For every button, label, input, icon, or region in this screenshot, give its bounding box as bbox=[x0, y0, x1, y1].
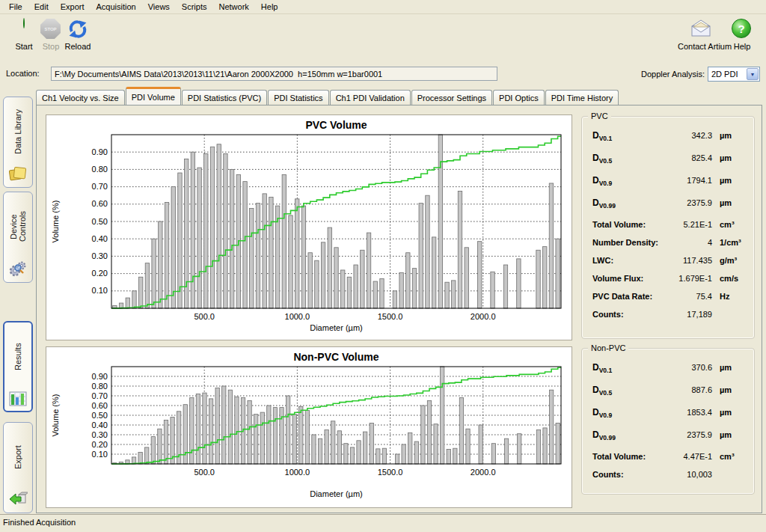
svg-text:0.40: 0.40 bbox=[92, 234, 108, 243]
tab-pdi-statistics-pvc-[interactable]: PDI Statistics (PVC) bbox=[182, 90, 267, 105]
stat-value: 117.435 bbox=[667, 256, 712, 265]
svg-text:0.30: 0.30 bbox=[92, 251, 108, 260]
menu-item-acquisition[interactable]: Acquisition bbox=[91, 1, 142, 13]
help-button-label: Help bbox=[734, 42, 751, 51]
svg-text:0.70: 0.70 bbox=[92, 182, 108, 191]
nonpvc-group-title: Non-PVC bbox=[588, 343, 628, 352]
sidebar-item-label: Device Controls bbox=[9, 198, 27, 255]
stat-row: DV0.91794.1µm bbox=[592, 175, 747, 198]
menu-item-views[interactable]: Views bbox=[142, 1, 176, 13]
stat-unit: cm/s bbox=[712, 274, 747, 283]
stat-row: DV0.1342.3µm bbox=[592, 130, 747, 153]
stat-value: 4 bbox=[667, 238, 712, 247]
stat-value: 17,189 bbox=[667, 310, 712, 319]
menu-item-help[interactable]: Help bbox=[255, 1, 284, 13]
svg-text:Volume (%): Volume (%) bbox=[51, 394, 60, 437]
stat-label: Counts: bbox=[592, 470, 624, 479]
stat-row: Counts:10,003 bbox=[592, 470, 747, 488]
reload-button[interactable]: Reload bbox=[57, 19, 99, 51]
menu-item-scripts[interactable]: Scripts bbox=[176, 1, 213, 13]
tab-pdi-time-history[interactable]: PDI Time History bbox=[545, 90, 619, 105]
svg-text:0.60: 0.60 bbox=[92, 199, 108, 208]
tab-pdi-optics[interactable]: PDI Optics bbox=[493, 90, 545, 105]
stat-value: 342.3 bbox=[667, 131, 712, 140]
non-pvc-volume-svg: 0.100.200.300.400.500.600.700.800.90500.… bbox=[46, 347, 572, 507]
svg-text:0.80: 0.80 bbox=[92, 382, 108, 391]
nonpvc-stats-rows: DV0.1370.6µmDV0.5887.6µmDV0.91853.4µmDV0… bbox=[592, 362, 747, 488]
stat-label: DV0.1 bbox=[592, 130, 612, 142]
sidebar-item-label: Results bbox=[13, 328, 22, 385]
tab-pdi-volume[interactable]: PDI Volume bbox=[126, 87, 181, 105]
stat-label: DV0.99 bbox=[592, 429, 616, 441]
stat-row: Total Volume:5.21E-1cm³ bbox=[592, 220, 747, 238]
contact-artium-button[interactable]: Contact Artium bbox=[678, 19, 724, 51]
stat-unit: µm bbox=[712, 176, 747, 185]
svg-text:1000.0: 1000.0 bbox=[285, 468, 310, 477]
menu-item-export[interactable]: Export bbox=[55, 1, 91, 13]
svg-text:0.60: 0.60 bbox=[92, 401, 108, 410]
svg-text:0.10: 0.10 bbox=[92, 450, 108, 459]
doppler-analysis: Doppler Analysis: 2D PDI ▼ bbox=[641, 67, 760, 82]
svg-text:0.70: 0.70 bbox=[92, 391, 108, 400]
svg-text:2000.0: 2000.0 bbox=[471, 468, 496, 477]
svg-text:Non-PVC Volume: Non-PVC Volume bbox=[293, 351, 379, 363]
doppler-analysis-label: Doppler Analysis: bbox=[641, 70, 705, 79]
svg-text:0.80: 0.80 bbox=[92, 165, 108, 174]
pvc-stats-group: PVC DV0.1342.3µmDV0.5825.4µmDV0.91794.1µ… bbox=[581, 116, 755, 339]
tab-pdi-statistics[interactable]: PDI Statistics bbox=[268, 90, 328, 105]
stat-unit: µm bbox=[712, 153, 747, 162]
main-area: Data LibraryDevice ControlsResultsExport… bbox=[0, 85, 766, 514]
tab-ch1-pdi-validation[interactable]: Ch1 PDI Validation bbox=[330, 90, 411, 105]
menu-item-network[interactable]: Network bbox=[212, 1, 254, 13]
stat-value: 887.6 bbox=[667, 385, 712, 394]
sidebar-item-label: Export bbox=[13, 429, 22, 486]
svg-text:2000.0: 2000.0 bbox=[471, 312, 496, 321]
stat-label: Total Volume: bbox=[592, 220, 646, 229]
sidebar-item-data-library[interactable]: Data Library bbox=[3, 97, 33, 188]
pvc-stats-rows: DV0.1342.3µmDV0.5825.4µmDV0.91794.1µmDV0… bbox=[592, 130, 747, 328]
stat-label: PVC Data Rate: bbox=[592, 292, 652, 301]
doppler-analysis-select[interactable]: 2D PDI ▼ bbox=[708, 67, 760, 82]
pvc-volume-chart: 0.100.200.300.400.500.600.700.800.90500.… bbox=[46, 114, 572, 340]
reload-icon bbox=[67, 19, 88, 40]
results-chart-icon bbox=[8, 390, 28, 409]
stat-unit: µm bbox=[712, 198, 747, 207]
stat-row: PVC Data Rate:75.4Hz bbox=[592, 292, 747, 310]
stat-row: DV0.992375.9µm bbox=[592, 198, 747, 220]
tab-page-pdi-volume: 0.100.200.300.400.500.600.700.800.90500.… bbox=[36, 105, 762, 513]
menu-item-file[interactable]: File bbox=[3, 1, 28, 13]
sidebar-item-export[interactable]: Export bbox=[3, 422, 33, 513]
tab-strip: Ch1 Velocity vs. SizePDI VolumePDI Stati… bbox=[36, 88, 619, 105]
stat-row: Number Density:41/cm³ bbox=[592, 238, 747, 256]
chevron-down-icon[interactable]: ▼ bbox=[747, 68, 759, 80]
tab-ch1-velocity-vs-size[interactable]: Ch1 Velocity vs. Size bbox=[36, 90, 125, 105]
pvc-volume-svg: 0.100.200.300.400.500.600.700.800.90500.… bbox=[46, 115, 572, 340]
stat-value: 370.6 bbox=[667, 363, 712, 372]
stat-value: 1853.4 bbox=[667, 408, 712, 417]
svg-text:Diameter (µm): Diameter (µm) bbox=[310, 489, 363, 498]
sidebar-item-device-controls[interactable]: Device Controls bbox=[3, 192, 33, 283]
stat-row: DV0.5887.6µm bbox=[592, 385, 747, 407]
stat-value: 1794.1 bbox=[667, 176, 712, 185]
help-button[interactable]: ? Help bbox=[727, 19, 757, 51]
sidebar-item-results[interactable]: Results bbox=[3, 321, 33, 412]
stat-label: DV0.5 bbox=[592, 385, 612, 397]
tab-processor-settings[interactable]: Processor Settings bbox=[411, 90, 492, 105]
toolbar: Start STOP Stop Reload Contact Artium bbox=[0, 14, 766, 64]
stat-label: Number Density: bbox=[592, 238, 658, 247]
stat-row: DV0.5825.4µm bbox=[592, 153, 747, 175]
svg-text:0.20: 0.20 bbox=[92, 269, 108, 278]
stat-value: 825.4 bbox=[667, 153, 712, 162]
stat-row: Counts:17,189 bbox=[592, 310, 747, 328]
svg-text:1500.0: 1500.0 bbox=[378, 468, 403, 477]
menu-item-edit[interactable]: Edit bbox=[28, 1, 55, 13]
stat-row: LWC:117.435g/m³ bbox=[592, 256, 747, 274]
stat-value: 4.47E-1 bbox=[667, 452, 712, 461]
stat-row: Total Volume:4.47E-1cm³ bbox=[592, 452, 747, 470]
svg-text:0.50: 0.50 bbox=[92, 411, 108, 420]
stat-label: DV0.5 bbox=[592, 153, 612, 165]
location-input[interactable] bbox=[51, 67, 497, 81]
contact-artium-label: Contact Artium bbox=[678, 42, 732, 51]
stat-unit: g/m³ bbox=[712, 256, 747, 265]
stat-label: DV0.99 bbox=[592, 198, 616, 210]
